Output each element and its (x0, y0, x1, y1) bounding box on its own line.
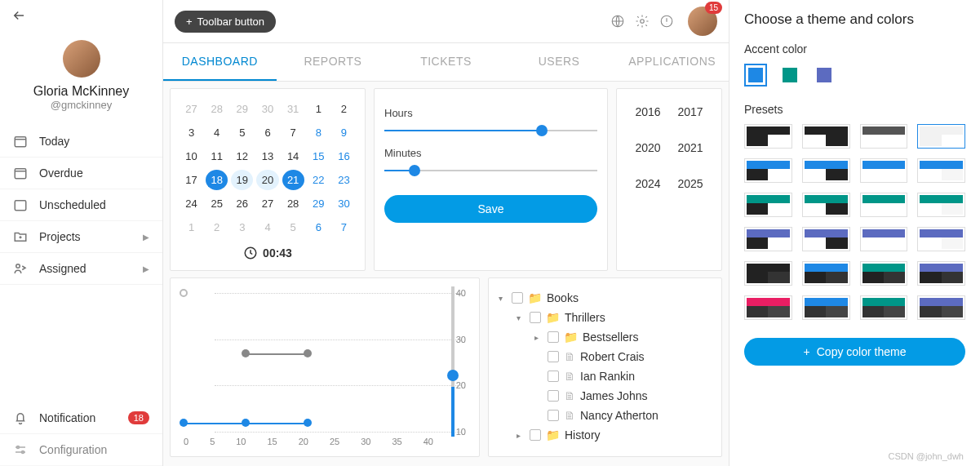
calendar-cell[interactable]: 7 (282, 122, 304, 143)
calendar-cell[interactable]: 15 (308, 146, 330, 166)
theme-preset[interactable] (860, 158, 908, 183)
accent-swatch[interactable] (744, 64, 767, 87)
calendar-cell[interactable]: 4 (256, 217, 278, 237)
year-cell[interactable]: 2020 (635, 141, 660, 154)
calendar-cell[interactable]: 6 (308, 217, 330, 237)
copy-theme-button[interactable]: + Copy color theme (744, 338, 965, 366)
theme-preset[interactable] (744, 227, 792, 251)
tree-leaf[interactable]: 🗎Nancy Atherton (534, 406, 712, 425)
calendar-cell[interactable]: 9 (333, 122, 355, 143)
checkbox[interactable] (530, 429, 541, 441)
checkbox[interactable] (548, 390, 559, 402)
calendar-cell[interactable]: 7 (333, 217, 355, 237)
sidebar-item-assigned[interactable]: Assigned ▶ (0, 253, 162, 285)
tree-node-bestsellers[interactable]: ▸📁Bestsellers (534, 327, 712, 347)
theme-preset[interactable] (860, 193, 908, 217)
calendar-cell[interactable]: 14 (282, 146, 304, 166)
checkbox[interactable] (530, 312, 541, 323)
sidebar-item-unscheduled[interactable]: Unscheduled (0, 189, 162, 221)
calendar-cell[interactable]: 21 (282, 170, 304, 190)
alert-button[interactable] (659, 13, 675, 29)
theme-preset[interactable] (860, 227, 908, 251)
tree-node-books[interactable]: ▾📁Books (499, 288, 712, 308)
chart-point[interactable] (242, 419, 250, 427)
theme-preset[interactable] (802, 295, 850, 320)
chart-point[interactable] (242, 349, 250, 357)
accent-swatch[interactable] (778, 64, 801, 87)
year-cell[interactable]: 2016 (635, 105, 660, 118)
calendar-cell[interactable]: 1 (308, 99, 330, 119)
sidebar-item-projects[interactable]: Projects ▶ (0, 221, 162, 253)
checkbox[interactable] (548, 331, 559, 343)
calendar-cell[interactable]: 12 (231, 146, 253, 166)
calendar-cell[interactable]: 17 (180, 170, 202, 190)
theme-preset[interactable] (802, 193, 850, 217)
calendar-cell[interactable]: 26 (231, 193, 253, 214)
calendar-cell[interactable]: 29 (231, 99, 253, 119)
toolbar-button[interactable]: + Toolbar button (175, 11, 276, 33)
sidebar-item-today[interactable]: Today (0, 126, 162, 158)
tree-leaf[interactable]: 🗎Robert Crais (534, 347, 712, 366)
calendar-cell[interactable]: 30 (333, 193, 355, 214)
checkbox[interactable] (512, 292, 523, 304)
tab-tickets[interactable]: TICKETS (389, 43, 503, 81)
year-cell[interactable]: 2024 (635, 177, 660, 190)
theme-preset[interactable] (744, 261, 792, 286)
theme-preset[interactable] (917, 193, 965, 217)
theme-preset[interactable] (860, 295, 908, 320)
sidebar-item-configuration[interactable]: Configuration (0, 434, 162, 466)
theme-preset[interactable] (917, 261, 965, 286)
topbar-avatar[interactable]: 15 (688, 7, 717, 36)
theme-preset[interactable] (917, 124, 965, 149)
calendar-cell[interactable]: 4 (206, 122, 228, 143)
calendar-cell[interactable]: 18 (206, 170, 228, 190)
calendar-cell[interactable]: 3 (231, 217, 253, 237)
calendar-cell[interactable]: 8 (308, 122, 330, 143)
checkbox[interactable] (548, 351, 559, 362)
calendar-cell[interactable]: 2 (333, 99, 355, 119)
theme-preset[interactable] (744, 158, 792, 183)
calendar-cell[interactable]: 16 (333, 146, 355, 166)
theme-preset[interactable] (744, 193, 792, 217)
calendar-cell[interactable]: 13 (256, 146, 278, 166)
theme-preset[interactable] (802, 227, 850, 251)
calendar-cell[interactable]: 24 (180, 193, 202, 214)
sidebar-item-notification[interactable]: Notification 18 (0, 402, 162, 434)
checkbox[interactable] (548, 410, 559, 421)
checkbox[interactable] (548, 371, 559, 382)
chart-point[interactable] (304, 419, 312, 427)
theme-preset[interactable] (802, 261, 850, 286)
calendar-cell[interactable]: 30 (256, 99, 278, 119)
theme-preset[interactable] (917, 158, 965, 183)
calendar-cell[interactable]: 19 (231, 170, 253, 190)
theme-preset[interactable] (917, 227, 965, 251)
calendar-cell[interactable]: 2 (206, 217, 228, 237)
calendar-cell[interactable]: 6 (256, 122, 278, 143)
calendar-cell[interactable]: 10 (180, 146, 202, 166)
avatar[interactable] (63, 40, 100, 78)
sidebar-collapse-button[interactable] (0, 0, 162, 33)
calendar-cell[interactable]: 28 (206, 99, 228, 119)
hours-slider[interactable] (384, 122, 597, 139)
theme-preset[interactable] (802, 158, 850, 183)
tab-reports[interactable]: REPORTS (277, 43, 390, 81)
chart-point[interactable] (180, 419, 188, 427)
tab-applications[interactable]: APPLICATIONS (615, 43, 729, 81)
vertical-slider[interactable] (451, 286, 455, 437)
theme-preset[interactable] (917, 295, 965, 320)
calendar-cell[interactable]: 1 (180, 217, 202, 237)
calendar-cell[interactable]: 25 (206, 193, 228, 214)
theme-preset[interactable] (744, 124, 792, 149)
minutes-slider[interactable] (384, 162, 597, 179)
chart-point[interactable] (180, 289, 188, 297)
calendar-cell[interactable]: 11 (206, 146, 228, 166)
tab-users[interactable]: USERS (503, 43, 616, 81)
sidebar-item-overdue[interactable]: Overdue (0, 158, 162, 189)
accent-swatch[interactable] (813, 64, 836, 87)
calendar-cell[interactable]: 22 (308, 170, 330, 190)
calendar-cell[interactable]: 3 (180, 122, 202, 143)
calendar-cell[interactable]: 23 (333, 170, 355, 190)
calendar-cell[interactable]: 31 (282, 99, 304, 119)
year-cell[interactable]: 2021 (677, 141, 703, 154)
year-cell[interactable]: 2017 (677, 105, 703, 118)
